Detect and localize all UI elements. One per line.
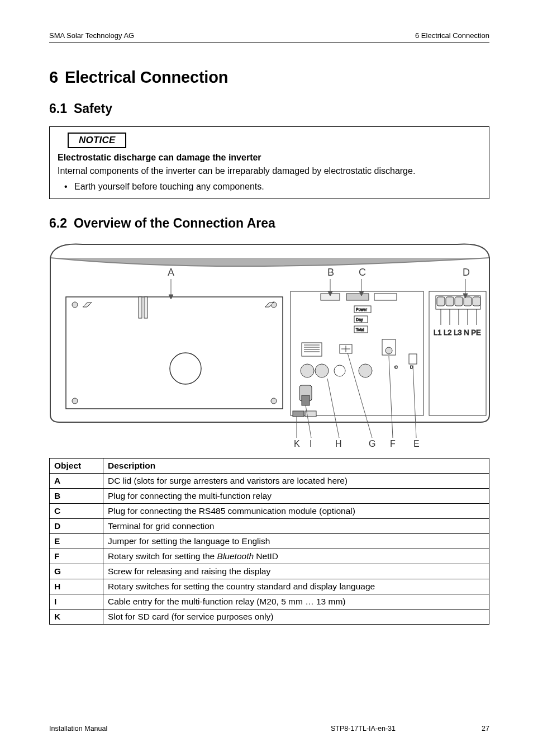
cell-object: D [50,519,103,534]
svg-rect-43 [473,297,480,306]
table-row: BPlug for connecting the multi-function … [50,489,489,504]
table-row: EJumper for setting the language to Engl… [50,534,489,549]
svg-rect-10 [346,294,369,300]
notice-box: NOTICE Electrostatic discharge can damag… [49,126,489,199]
cell-description: Screw for releasing and raising the disp… [103,564,489,579]
cell-description: Plug for connecting the RS485 communicat… [103,504,489,519]
svg-point-30 [315,364,329,377]
heading-overview: 6.2Overview of the Connection Area [49,216,489,231]
svg-rect-35 [293,411,304,417]
table-header: Object Description [50,459,489,474]
notice-label: NOTICE [68,133,126,148]
cell-object: G [50,564,103,579]
svg-text:Power: Power [356,308,368,311]
cell-object: B [50,489,103,504]
notice-title: Electrostatic discharge can damage the i… [58,153,481,163]
svg-rect-39 [437,297,445,306]
svg-rect-37 [429,291,486,415]
svg-rect-41 [455,297,463,306]
cell-description: DC lid (slots for surge arresters and va… [103,474,489,489]
table-row: ADC lid (slots for surge arresters and v… [50,474,489,489]
table-row: ICable entry for the multi-function rela… [50,594,489,609]
th-object: Object [50,459,103,474]
header: SMA Solar Technology AG 6 Electrical Con… [49,31,489,40]
footer-mid: STP8-17TL-IA-en-31 [331,725,396,733]
h2-title: Safety [74,101,112,116]
cell-object: F [50,549,103,564]
svg-point-32 [359,364,372,377]
table-row: KSlot for SD card (for service purposes … [50,609,489,625]
table-row: FRotary switch for setting the Bluetooth… [50,549,489,564]
notice-bullet: Earth yourself before touching any compo… [74,182,481,192]
cell-description: Plug for connecting the multi-function r… [103,489,489,504]
cell-description: Slot for SD card (for service purposes o… [103,609,489,625]
svg-text:C: C [394,365,398,370]
h1-number: 6 [49,68,58,86]
h2-number: 6.1 [49,101,67,116]
cell-description: Jumper for setting the language to Engli… [103,534,489,549]
svg-text:I: I [310,439,312,448]
cell-object: C [50,504,103,519]
svg-rect-34 [302,395,310,405]
svg-text:Day: Day [356,318,363,322]
svg-rect-11 [374,294,397,300]
svg-rect-6 [144,297,147,318]
cell-object: I [50,594,103,609]
table-row: CPlug for connecting the RS485 communica… [50,504,489,519]
svg-text:F: F [390,439,396,448]
cell-description: Rotary switches for setting the country … [103,579,489,594]
svg-rect-21 [409,354,417,364]
h2-title: Overview of the Connection Area [74,216,275,230]
cell-description: Terminal for grid connection [103,519,489,534]
svg-point-3 [72,398,78,404]
footer-left: Installation Manual [49,725,107,733]
table-row: GScrew for releasing and raising the dis… [50,564,489,579]
svg-point-31 [334,365,345,376]
heading-1: 6Electrical Connection [49,68,489,87]
heading-safety: 6.1Safety [49,101,489,116]
svg-text:E: E [413,439,420,448]
svg-rect-42 [464,297,472,306]
svg-point-7 [170,353,201,384]
svg-point-29 [301,364,314,377]
th-description: Description [103,459,489,474]
svg-text:C: C [359,267,366,278]
svg-rect-40 [446,297,454,306]
svg-text:D: D [463,267,470,278]
cell-object: K [50,609,103,625]
cell-object: H [50,579,103,594]
cell-description: Cable entry for the multi-function relay… [103,594,489,609]
svg-text:K: K [294,439,300,448]
svg-text:A: A [168,267,174,278]
footer-page: 27 [482,725,489,733]
cell-object: E [50,534,103,549]
svg-text:G: G [369,439,375,448]
svg-point-20 [386,347,392,354]
notice-body: Internal components of the inverter can … [58,166,481,176]
svg-rect-0 [66,297,283,409]
table-row: DTerminal for grid connection [50,519,489,534]
h1-title: Electrical Connection [65,68,228,86]
header-rule [49,42,489,42]
svg-point-4 [271,398,277,404]
footer: Installation Manual STP8-17TL-IA-en-31 2… [49,725,489,733]
object-description-table: Object Description ADC lid (slots for su… [49,458,489,625]
cell-description: Rotary switch for setting the Bluetooth … [103,549,489,564]
svg-text:B: B [327,267,334,278]
svg-rect-5 [139,297,142,318]
cell-object: A [50,474,103,489]
h2-number: 6.2 [49,216,67,230]
svg-text:Total: Total [356,328,364,332]
connection-area-diagram: Power Day Total C D [49,241,489,453]
svg-text:H: H [335,439,342,448]
svg-text:L1  L2 L3 N PE: L1 L2 L3 N PE [434,328,481,337]
table-row: HRotary switches for setting the country… [50,579,489,594]
chapter-label: 6 Electrical Connection [415,31,489,40]
svg-point-1 [72,302,78,308]
company-name: SMA Solar Technology AG [49,31,134,40]
